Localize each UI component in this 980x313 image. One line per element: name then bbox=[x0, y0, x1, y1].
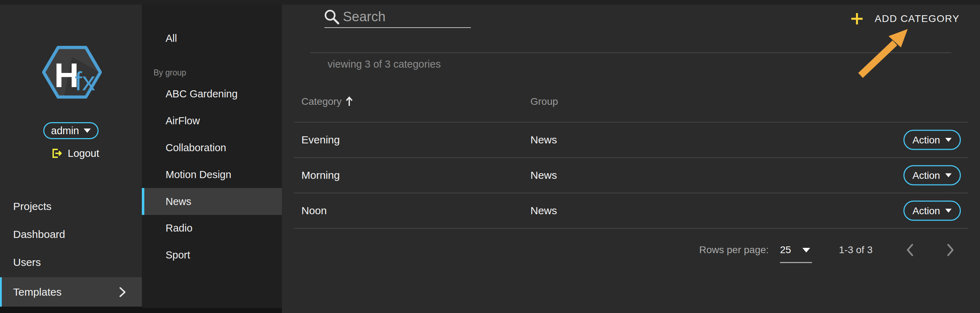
table-row: Morning News Action bbox=[294, 158, 968, 193]
table-row: Noon News Action bbox=[294, 193, 968, 229]
app-logo: H fx bbox=[42, 45, 102, 99]
chevron-left-icon[interactable] bbox=[905, 243, 915, 258]
group-item-label: Sport bbox=[165, 249, 190, 261]
search-underline bbox=[325, 27, 471, 28]
chevron-right-icon[interactable] bbox=[946, 243, 956, 258]
sidebar-item-label: Projects bbox=[13, 201, 51, 212]
group-item-collaboration[interactable]: Collaboration bbox=[142, 134, 282, 161]
logout-icon bbox=[50, 147, 62, 159]
search-icon bbox=[324, 9, 340, 25]
category-cell: Noon bbox=[301, 205, 327, 217]
rows-per-page-label: Rows per page: bbox=[699, 244, 769, 256]
main-content: ADD CATEGORY viewing 3 of 3 categories C… bbox=[282, 5, 980, 313]
column-header-group[interactable]: Group bbox=[530, 96, 558, 107]
add-category-button[interactable]: ADD CATEGORY bbox=[848, 8, 962, 30]
group-item-label: Radio bbox=[165, 222, 192, 234]
rows-per-page-value: 25 bbox=[780, 244, 791, 256]
action-button-label: Action bbox=[913, 169, 940, 181]
chevron-right-icon bbox=[119, 286, 127, 298]
category-cell: Evening bbox=[301, 134, 340, 146]
account-username: admin bbox=[51, 125, 79, 137]
app-sidebar: H fx admin Logout Projects Dashboard Use… bbox=[0, 5, 142, 307]
group-item-sport[interactable]: Sport bbox=[142, 242, 282, 269]
group-cell: News bbox=[530, 205, 557, 217]
groups-sidebar: All By group ABC Gardening AirFlow Colla… bbox=[142, 5, 282, 308]
group-item-label: All bbox=[165, 33, 177, 44]
sort-arrow-up-icon bbox=[345, 96, 353, 107]
column-header-label: Group bbox=[530, 96, 558, 107]
pagination-range: 1-3 of 3 bbox=[839, 244, 873, 256]
action-button-label: Action bbox=[913, 205, 940, 217]
hexagon-logo-icon: H fx bbox=[42, 45, 102, 99]
sidebar-item-users[interactable]: Users bbox=[0, 248, 142, 276]
group-item-label: AirFlow bbox=[165, 115, 200, 127]
account-menu-button[interactable]: admin bbox=[43, 122, 99, 139]
caret-down-icon bbox=[802, 248, 810, 253]
group-item-all[interactable]: All bbox=[142, 25, 282, 52]
rows-per-page-underline bbox=[780, 262, 812, 263]
column-header-category[interactable]: Category bbox=[301, 96, 353, 107]
logout-button[interactable]: Logout bbox=[50, 145, 99, 161]
caret-down-icon bbox=[84, 128, 91, 133]
toolbar-divider bbox=[310, 52, 951, 53]
group-item-label: Motion Design bbox=[165, 169, 231, 180]
action-button[interactable]: Action bbox=[904, 165, 961, 185]
annotation-arrow-up-right-icon bbox=[857, 22, 914, 82]
table-row: Evening News Action bbox=[294, 123, 968, 158]
group-cell: News bbox=[530, 134, 557, 146]
sidebar-item-dashboard[interactable]: Dashboard bbox=[0, 220, 142, 248]
plus-icon bbox=[851, 13, 863, 25]
group-item-airflow[interactable]: AirFlow bbox=[142, 107, 282, 134]
group-item-label: Collaboration bbox=[165, 142, 226, 154]
by-group-section-label: By group bbox=[154, 67, 186, 78]
group-item-label: ABC Gardening bbox=[165, 88, 237, 100]
sidebar-item-label: Users bbox=[13, 256, 41, 269]
viewing-summary: viewing 3 of 3 categories bbox=[328, 58, 441, 70]
group-cell: News bbox=[530, 169, 557, 181]
sidebar-item-templates[interactable]: Templates bbox=[0, 277, 142, 307]
sidebar-item-label: Templates bbox=[13, 286, 62, 298]
logo-letters-fx: fx bbox=[75, 66, 95, 96]
group-item-news[interactable]: News bbox=[142, 188, 282, 215]
group-item-abc-gardening[interactable]: ABC Gardening bbox=[142, 81, 282, 107]
column-header-label: Category bbox=[301, 96, 342, 107]
add-category-label: ADD CATEGORY bbox=[875, 13, 959, 24]
caret-down-icon bbox=[945, 209, 951, 213]
group-item-radio[interactable]: Radio bbox=[142, 215, 282, 242]
action-button[interactable]: Action bbox=[904, 130, 961, 150]
action-button-label: Action bbox=[913, 134, 940, 145]
category-cell: Morning bbox=[301, 169, 340, 181]
search-input[interactable] bbox=[343, 8, 541, 25]
sidebar-item-label: Dashboard bbox=[13, 228, 65, 240]
action-button[interactable]: Action bbox=[904, 201, 961, 221]
group-item-motion-design[interactable]: Motion Design bbox=[142, 161, 282, 188]
caret-down-icon bbox=[945, 138, 951, 142]
caret-down-icon bbox=[945, 174, 951, 177]
group-item-label: News bbox=[165, 196, 191, 207]
rows-per-page-select[interactable]: 25 bbox=[780, 244, 810, 256]
window-top-strip bbox=[0, 0, 980, 5]
sidebar-item-projects[interactable]: Projects bbox=[0, 192, 142, 220]
logout-label: Logout bbox=[68, 148, 99, 159]
